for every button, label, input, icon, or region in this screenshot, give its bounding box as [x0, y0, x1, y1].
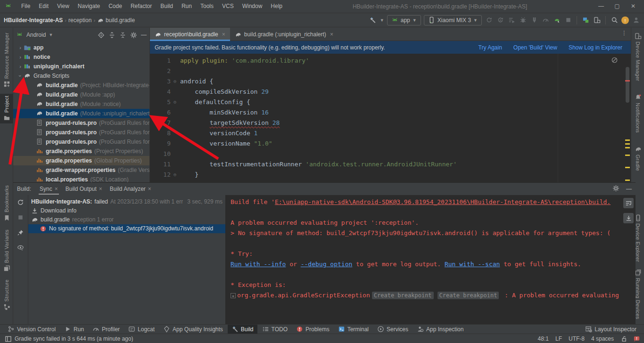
menu-file[interactable]: File: [17, 0, 34, 13]
close-button[interactable]: ✕: [625, 0, 641, 13]
indent-indicator[interactable]: 4 spaces: [591, 335, 614, 342]
project-tree-item-build.gradle[interactable]: build.gradle(Module :uniplugin_richalert: [13, 109, 149, 118]
notification-alert-icon[interactable]: [633, 335, 639, 342]
project-tree-item-build.gradle[interactable]: build.gradle(Project: HBuilder-Integrate…: [13, 81, 149, 90]
menu-navigate[interactable]: Navigate: [74, 0, 104, 13]
toolwindow-button-todo[interactable]: TODO: [258, 325, 291, 334]
build-tab-build-analyzer[interactable]: Build Analyzer×: [106, 183, 155, 195]
device-manager-button[interactable]: [593, 16, 601, 24]
tool-stripe-device-manager[interactable]: Device Manager: [631, 31, 644, 83]
profile-app-button[interactable]: [553, 16, 561, 24]
toolwindow-button-problems[interactable]: Problems: [292, 325, 333, 334]
menu-run[interactable]: Run: [177, 0, 196, 13]
project-tree-item-notice[interactable]: ›notice: [13, 52, 149, 62]
build-settings-gear-icon[interactable]: [612, 185, 619, 193]
view-options-icon[interactable]: [17, 244, 24, 253]
menu-help[interactable]: Help: [266, 0, 287, 13]
chevron-down-icon[interactable]: ▼: [380, 18, 384, 23]
locate-file-icon[interactable]: [98, 32, 105, 39]
toolwindow-button-services[interactable]: Services: [373, 325, 412, 334]
debug-button[interactable]: [519, 16, 527, 24]
tool-stripe-notifications[interactable]: Notifications: [631, 92, 644, 135]
pin-icon[interactable]: [17, 229, 24, 237]
toolwindow-button-app-inspection[interactable]: App Inspection: [413, 325, 467, 334]
apply-changes-button[interactable]: [496, 16, 504, 24]
soft-wrap-icon[interactable]: [623, 198, 634, 208]
status-message[interactable]: Gradle sync failed in 3 s 644 ms (a minu…: [15, 335, 133, 342]
project-tree-item-gradle.properties[interactable]: gradle.properties(Global Properties): [13, 156, 149, 165]
editor-tab-1[interactable]: reception\build.gradle×: [150, 28, 230, 41]
target-device-select[interactable]: Xiaomi MIX 3▼: [424, 15, 482, 25]
build-tree-row-2[interactable]: Download info: [28, 206, 225, 215]
breadcrumb-project[interactable]: HBuilder-Integrate-AS: [4, 17, 63, 24]
tool-stripe-build-variants[interactable]: Build Variants: [0, 228, 13, 274]
menu-code[interactable]: Code: [104, 0, 126, 13]
toolwindow-button-run[interactable]: Run: [60, 325, 88, 334]
rerun-button[interactable]: [485, 16, 493, 24]
tab-options-icon[interactable]: ⋮: [618, 28, 631, 41]
console-file-link[interactable]: E:\uniapp-native-sdk\Android-SDK@3.96.81…: [275, 198, 611, 205]
panel-settings-gear-icon[interactable]: [130, 32, 137, 39]
warning-stripe-mark[interactable]: [625, 180, 630, 181]
chevron-right-icon[interactable]: ›: [17, 45, 24, 50]
chevron-right-icon[interactable]: ›: [17, 64, 24, 69]
breadcrumb-module[interactable]: reception: [68, 17, 91, 24]
update-available-icon[interactable]: ↑: [621, 16, 629, 24]
profiler-button[interactable]: [541, 16, 550, 24]
readonly-lock-icon[interactable]: [620, 335, 627, 342]
tool-stripe-structure[interactable]: Structure: [0, 278, 13, 312]
stop-icon[interactable]: [17, 214, 24, 222]
warning-stripe-mark[interactable]: [625, 143, 630, 145]
build-tree-row-4[interactable]: No signature of method: build_2wtcpf73jk…: [28, 224, 225, 233]
chevron-right-icon[interactable]: ›: [17, 54, 24, 60]
project-tree-item-gradle-scripts[interactable]: ›Gradle Scripts: [13, 71, 149, 81]
hide-panel-button[interactable]: —: [141, 32, 147, 38]
build-output-console[interactable]: Build file 'E:\uniapp-native-sdk\Android…: [225, 195, 636, 343]
console-action-link[interactable]: --debug option: [301, 261, 353, 268]
menu-view[interactable]: View: [53, 0, 74, 13]
notification-action-try-again[interactable]: Try Again: [479, 44, 502, 51]
project-tree-item-proguard-rules.pro[interactable]: proguard-rules.pro(ProGuard Rules for: [13, 118, 149, 128]
toolwindow-button-terminal[interactable]: Terminal: [334, 325, 372, 334]
user-avatar-icon[interactable]: [632, 16, 640, 24]
notification-action-open-build-view[interactable]: Open 'Build' View: [513, 44, 557, 51]
notification-action-show-log-in-explorer[interactable]: Show Log in Explorer: [569, 44, 622, 51]
tool-stripe-resource-manager[interactable]: Resource Manager: [0, 31, 13, 90]
menu-tools[interactable]: Tools: [196, 0, 218, 13]
chevron-down-icon[interactable]: ›: [17, 73, 24, 79]
collapse-all-icon[interactable]: [119, 32, 126, 39]
project-tree-item-build.gradle[interactable]: build.gradle(Module :notice): [13, 99, 149, 109]
build-tree-row-3[interactable]: build.gradlereception 1 error: [28, 215, 225, 224]
close-tab-icon[interactable]: ×: [148, 186, 151, 192]
search-everywhere-icon[interactable]: [610, 16, 619, 24]
toolwindow-button-app-quality-insights[interactable]: App Quality Insights: [159, 325, 227, 334]
warning-stripe-mark[interactable]: [625, 155, 630, 156]
toolwindow-button-layout-inspector[interactable]: Layout Inspector: [581, 325, 640, 334]
editor-scrollbar[interactable]: [626, 67, 629, 103]
warning-stripe-mark[interactable]: [625, 139, 630, 141]
device-mirroring-button[interactable]: [581, 16, 590, 24]
editor-tab-2[interactable]: build.gradle (:uniplugin_richalert)×: [230, 28, 338, 41]
run-configuration-select[interactable]: app▼: [387, 15, 421, 25]
sync-refresh-icon[interactable]: [17, 199, 24, 207]
build-tab-build-output[interactable]: Build Output×: [62, 183, 106, 195]
tool-window-layout-icon[interactable]: [5, 335, 11, 342]
project-view-selector[interactable]: Android: [26, 32, 46, 38]
project-tree-item-proguard-rules.pro[interactable]: proguard-rules.pro(ProGuard Rules for: [13, 128, 149, 137]
build-hammer-icon[interactable]: [369, 16, 377, 24]
expand-all-icon[interactable]: [108, 32, 116, 39]
run-with-coverage-button[interactable]: [507, 16, 516, 24]
menu-window[interactable]: Window: [238, 0, 267, 13]
toolwindow-button-profiler[interactable]: Profiler: [89, 325, 124, 334]
tool-stripe-gradle[interactable]: Gradle: [631, 144, 644, 173]
console-action-link[interactable]: Run with --scan: [445, 261, 500, 268]
menu-build[interactable]: Build: [156, 0, 177, 13]
warning-stripe-mark[interactable]: [625, 167, 630, 168]
project-tree-item-gradle-wrapper.properties[interactable]: gradle-wrapper.properties(Gradle Vers: [13, 165, 149, 175]
close-tab-icon[interactable]: ×: [222, 31, 225, 38]
hide-build-panel-button[interactable]: —: [626, 186, 632, 192]
project-tree-item-build.gradle[interactable]: build.gradle(Module :app): [13, 90, 149, 99]
toolwindow-button-logcat[interactable]: Logcat: [124, 325, 158, 334]
close-tab-icon[interactable]: ×: [99, 186, 102, 192]
stop-button[interactable]: [564, 16, 572, 24]
